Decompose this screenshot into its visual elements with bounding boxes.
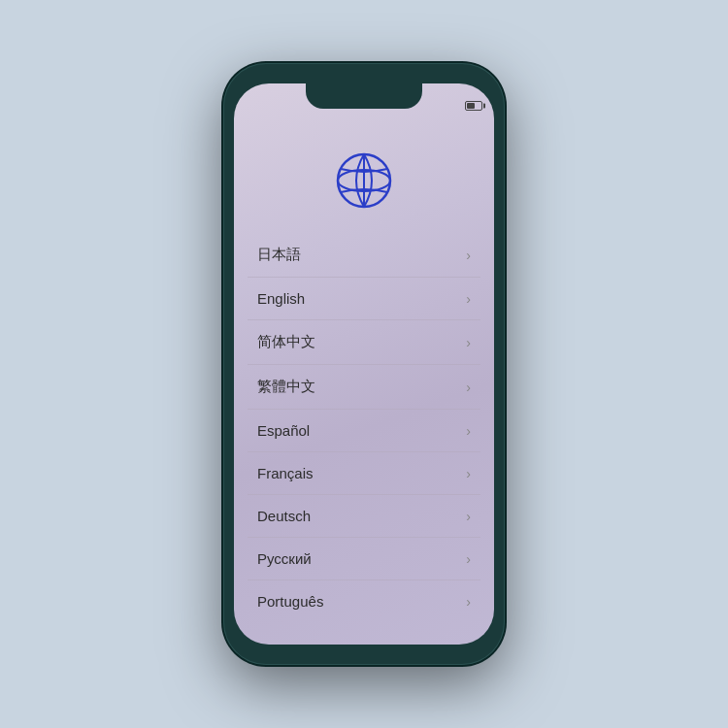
chevron-icon-simplified-chinese: › bbox=[466, 335, 471, 350]
language-item-russian[interactable]: Русский› bbox=[248, 538, 480, 580]
chevron-icon-russian: › bbox=[466, 551, 471, 567]
language-item-traditional-chinese[interactable]: 繁體中文› bbox=[248, 365, 480, 410]
language-item-spanish[interactable]: Español› bbox=[248, 410, 480, 452]
chevron-icon-traditional-chinese: › bbox=[466, 380, 471, 395]
globe-icon bbox=[335, 151, 393, 214]
chevron-icon-french: › bbox=[466, 466, 471, 481]
language-label-russian: Русский bbox=[257, 550, 312, 567]
language-item-english[interactable]: English› bbox=[248, 278, 480, 320]
phone-device: 日本語›English›简体中文›繁體中文›Español›Français›D… bbox=[223, 63, 505, 665]
language-label-spanish: Español bbox=[257, 422, 310, 439]
language-label-french: Français bbox=[257, 465, 314, 481]
language-item-french[interactable]: Français› bbox=[248, 452, 480, 495]
language-label-english: English bbox=[257, 290, 305, 307]
chevron-icon-spanish: › bbox=[466, 423, 471, 439]
language-label-simplified-chinese: 简体中文 bbox=[257, 333, 315, 351]
notch bbox=[306, 83, 422, 109]
chevron-icon-german: › bbox=[466, 509, 471, 524]
language-list: 日本語›English›简体中文›繁體中文›Español›Français›D… bbox=[234, 233, 494, 645]
phone-screen: 日本語›English›简体中文›繁體中文›Español›Français›D… bbox=[234, 83, 494, 645]
chevron-icon-portuguese: › bbox=[466, 594, 471, 610]
language-label-japanese: 日本語 bbox=[257, 246, 301, 264]
language-item-simplified-chinese[interactable]: 简体中文› bbox=[248, 320, 480, 365]
chevron-icon-japanese: › bbox=[466, 248, 471, 263]
battery-icon bbox=[465, 101, 482, 111]
language-label-german: Deutsch bbox=[257, 508, 311, 524]
language-item-portuguese[interactable]: Português› bbox=[248, 580, 480, 622]
chevron-icon-english: › bbox=[466, 291, 471, 307]
language-label-portuguese: Português bbox=[257, 593, 323, 610]
language-item-japanese[interactable]: 日本語› bbox=[248, 233, 480, 278]
language-label-traditional-chinese: 繁體中文 bbox=[257, 378, 315, 396]
language-item-german[interactable]: Deutsch› bbox=[248, 495, 480, 538]
